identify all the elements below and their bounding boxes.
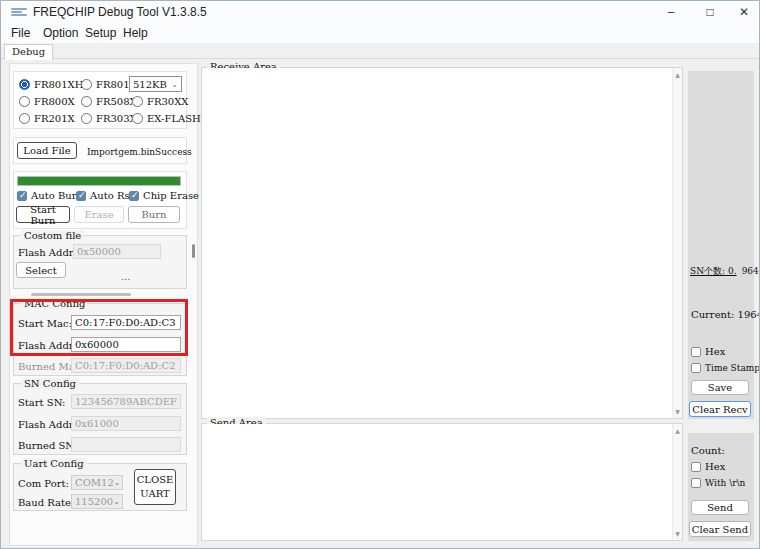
start-mac-input[interactable]: [71, 315, 181, 330]
radio-label: FR800X: [34, 96, 75, 107]
select-file-button[interactable]: Select: [16, 262, 66, 278]
clear-recv-button[interactable]: Clear Recv: [689, 401, 751, 417]
chevron-down-icon: ⌄: [113, 497, 120, 506]
chevron-down-icon: ⌄: [114, 478, 121, 487]
radio-icon: [132, 113, 143, 124]
custom-flash-addr-label: Flash Addr: [18, 247, 74, 258]
chip-erase-checkbox[interactable]: Chip Erase: [129, 190, 199, 201]
flash-size-select[interactable]: 512KB ⌄: [129, 76, 182, 92]
checkbox-label: Time Stamp: [705, 363, 760, 373]
uart-config-title: Uart Config: [21, 458, 87, 469]
window-title: FREQCHIP Debug Tool V1.3.8.5: [33, 5, 207, 19]
tab-debug[interactable]: Debug: [4, 44, 53, 60]
com-port-value: COM12: [75, 477, 114, 488]
receive-scrollbar[interactable]: ▲ ▼: [672, 68, 682, 418]
baud-rate-select: 115200 ⌄: [71, 494, 123, 509]
com-port-label: Com Port:: [18, 478, 69, 489]
burned-mac-input: [71, 358, 181, 373]
baud-rate-label: Baud Rate:: [18, 497, 74, 508]
menu-option[interactable]: Option: [43, 26, 78, 40]
checkbox-label: Chip Erase: [143, 190, 199, 201]
start-sn-label: Start SN:: [18, 397, 65, 408]
radio-fr508x[interactable]: FR508X: [81, 96, 137, 107]
radio-icon: [19, 113, 30, 124]
burn-progress-fill: [18, 177, 180, 185]
erase-button: Erase: [74, 206, 124, 223]
time-stamp-checkbox[interactable]: Time Stamp: [691, 363, 760, 373]
radio-label: FR508X: [96, 96, 137, 107]
radio-fr801xh[interactable]: FR801XH: [19, 79, 83, 90]
radio-label: FR303X: [96, 113, 137, 124]
custom-file-title: Costom file: [21, 230, 84, 241]
checkbox-icon: [691, 478, 701, 488]
checkbox-icon: [691, 347, 701, 357]
radio-fr201x[interactable]: FR201X: [19, 113, 75, 124]
sn-config-title: SN Config: [21, 378, 79, 389]
load-file-button[interactable]: Load File: [17, 142, 77, 159]
scroll-up-icon[interactable]: ▲: [673, 427, 682, 434]
horizontal-scrollbar-thumb[interactable]: [31, 293, 131, 296]
sn-count-link[interactable]: SN个数: 0.: [690, 266, 737, 276]
radio-icon: [81, 79, 92, 90]
scroll-down-icon[interactable]: ▼: [673, 408, 682, 415]
minimize-button[interactable]: –: [654, 1, 688, 23]
checkbox-label: With \r\n: [705, 478, 745, 488]
send-hex-checkbox[interactable]: Hex: [691, 461, 725, 472]
checkbox-label: Hex: [705, 461, 725, 472]
clear-send-button[interactable]: Clear Send: [689, 521, 751, 537]
start-mac-label: Start Mac:: [18, 318, 72, 329]
sn-flash-addr-label: Flash Addr:: [18, 419, 77, 430]
left-scrollbar-thumb[interactable]: [192, 244, 195, 258]
radio-fr30xx[interactable]: FR30XX: [132, 96, 188, 107]
checkbox-icon: [691, 462, 701, 472]
current-count-label: Current: 1964: [691, 309, 760, 320]
checkbox-icon: [129, 191, 139, 201]
start-sn-input: [71, 394, 181, 409]
sn-flash-addr-input: [71, 416, 181, 431]
close-uart-button[interactable]: CLOSE UART: [134, 469, 176, 505]
radio-ex-flash[interactable]: EX-FLASH: [132, 113, 201, 124]
send-scrollbar[interactable]: ▲ ▼: [672, 424, 682, 540]
save-button[interactable]: Save: [691, 380, 749, 395]
send-textarea[interactable]: [202, 424, 672, 540]
radio-icon: [81, 113, 92, 124]
receive-textarea[interactable]: [202, 68, 672, 418]
radio-icon: [81, 96, 92, 107]
count-label: Count:: [691, 445, 725, 456]
app-logo-icon: [11, 7, 27, 18]
checkbox-label: Auto Rst: [90, 190, 134, 201]
menu-help[interactable]: Help: [123, 26, 148, 40]
radio-label: FR30XX: [147, 96, 188, 107]
start-burn-button[interactable]: Start Burn: [16, 206, 70, 223]
with-rn-checkbox[interactable]: With \r\n: [691, 478, 745, 488]
radio-fr800x[interactable]: FR800X: [19, 96, 75, 107]
checkbox-icon: [76, 191, 86, 201]
menu-setup[interactable]: Setup: [85, 26, 116, 40]
radio-label: EX-FLASH: [147, 113, 201, 124]
checkbox-icon: [691, 363, 701, 373]
radio-label: FR201X: [34, 113, 75, 124]
scroll-up-icon[interactable]: ▲: [673, 71, 682, 78]
mac-flash-addr-label: Flash Addr:: [18, 340, 77, 351]
mac-flash-addr-input[interactable]: [71, 337, 181, 352]
recv-hex-checkbox[interactable]: Hex: [691, 346, 725, 357]
burned-sn-label: Burned SN:: [18, 440, 77, 451]
checkbox-icon: [17, 191, 27, 201]
auto-rst-checkbox[interactable]: Auto Rst: [76, 190, 134, 201]
auto-burn-checkbox[interactable]: Auto Burn: [17, 190, 83, 201]
scroll-down-icon[interactable]: ▼: [673, 530, 682, 537]
radio-icon: [132, 96, 143, 107]
chevron-down-icon: ⌄: [171, 80, 178, 89]
burn-progress-bar: [17, 176, 181, 186]
sn-count-row: SN个数: 0. 964: [690, 259, 759, 278]
maximize-button[interactable]: □: [693, 1, 727, 23]
send-button[interactable]: Send: [691, 500, 749, 515]
com-port-select: COM12 ⌄: [71, 475, 123, 490]
menu-file[interactable]: File: [11, 26, 30, 40]
radio-icon: [19, 79, 30, 90]
sn-count-value: 964: [742, 266, 759, 276]
burn-button[interactable]: Burn: [128, 206, 180, 223]
burned-sn-input: [71, 437, 181, 452]
radio-fr303x[interactable]: FR303X: [81, 113, 137, 124]
close-button[interactable]: ✕: [727, 1, 760, 23]
